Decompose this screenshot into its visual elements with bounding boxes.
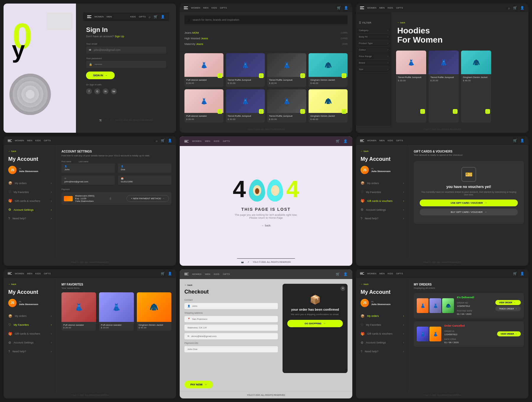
cart-icon[interactable]: 🛒 — [513, 272, 517, 275]
menu-item-favorites[interactable]: ♡ My Favorites › — [8, 321, 52, 330]
user-icon[interactable]: 👤 — [520, 272, 524, 275]
filter-size[interactable]: Size › — [359, 66, 388, 73]
nav-link-gifts[interactable]: GIFTS — [44, 272, 51, 275]
social-linkedin[interactable]: in — [103, 88, 108, 94]
checkout-state-field[interactable]: Stateview, CA 116 — [184, 325, 278, 331]
back-link[interactable]: ← back — [361, 150, 404, 153]
filter-colour[interactable]: Colour › — [359, 47, 388, 53]
nav-link-women[interactable]: WOMEN — [367, 7, 377, 9]
nav-link-women[interactable]: WOMEN — [367, 272, 377, 275]
first-name-field[interactable]: 👤 John — [61, 163, 115, 173]
nav-link-kids[interactable]: KIDS — [35, 272, 41, 275]
cart-icon[interactable]: 🛒 — [161, 272, 165, 275]
product-card-2[interactable]: 👗 Tiered Ruffle Jumpsuit $ 20.00 🛒 — [226, 53, 265, 87]
cart-icon[interactable]: 🛒 — [513, 139, 517, 142]
nav-link-men[interactable]: MEN — [203, 7, 209, 9]
go-shopping-button[interactable]: GO SHOPPING — [287, 320, 343, 327]
nav-link-kids[interactable]: KIDS — [211, 7, 217, 9]
nav-link-women[interactable]: WOMEN — [15, 139, 24, 142]
cart-icon[interactable]: 🛒 — [337, 6, 341, 10]
product-card-5[interactable]: 👗 Puff-sleeve sweater $ 28.00 🛒 — [184, 89, 223, 123]
nav-link-gifts[interactable]: GIFTS — [396, 7, 403, 9]
user-icon[interactable]: 👤 — [168, 139, 172, 142]
menu-item-giftcards[interactable]: 🎁 Gift cards & vouchers › — [361, 330, 404, 338]
cart-icon[interactable]: 🛒 — [161, 139, 165, 142]
hoodie-card-2[interactable]: 👗 Tiered Ruffle Jumpsuit $ 20.00 🛒 — [429, 51, 459, 123]
cart-badge-3[interactable]: 🛒 — [300, 73, 305, 78]
password-input[interactable] — [95, 63, 163, 66]
email-field[interactable]: ✉ john@test@gmail.com — [61, 176, 115, 185]
nav-link-kids[interactable]: KIDS — [214, 273, 219, 275]
nav-link-gifts[interactable]: GIFTS — [223, 273, 230, 275]
search-result-1[interactable]: Jeans MOM (1286) — [184, 30, 348, 36]
nav-link-kids[interactable]: KIDS — [387, 139, 393, 142]
nav-link-kids[interactable]: KIDS — [214, 140, 219, 142]
checkout-payment-field[interactable]: John Doe — [184, 346, 278, 352]
nav-link-women[interactable]: WOMEN — [191, 7, 200, 9]
cart-badge-h2[interactable]: 🛒 — [453, 109, 458, 114]
checkout-city-field[interactable]: 📍 San Francisco — [184, 316, 278, 322]
nav-link-men[interactable]: MEN — [27, 139, 33, 142]
search-bar[interactable]: ⌕ — [184, 15, 348, 24]
nav-link-kids[interactable]: KIDS — [387, 272, 393, 275]
menu-item-help[interactable]: ? Need help? › — [8, 214, 52, 223]
track-order-button-1[interactable]: TRACK ORDER — [495, 306, 521, 311]
product-card-6[interactable]: 👗 Tiered Ruffle Jumpsuit $ 20.00 🛒 — [226, 89, 265, 123]
new-payment-button[interactable]: + NEW PAYMENT METHOD — [126, 195, 169, 202]
menu-item-settings[interactable]: ⚙ Account Settings › — [8, 338, 52, 347]
user-icon[interactable]: 👤 — [343, 139, 348, 143]
menu-item-orders[interactable]: 📦 My orders › — [8, 179, 52, 188]
fav-card-1[interactable]: 👗 Puff-sleeve sweater $ 28.00 — [61, 292, 96, 331]
cart-badge-h1[interactable]: 🛒 — [420, 109, 425, 114]
nav-link-gifts[interactable]: GIFTS — [223, 140, 230, 142]
hoodie-card-1[interactable]: 👗 Tiered Ruffle Jumpsuit $ 20.00 🛒 — [396, 51, 426, 123]
back-link[interactable]: ← back — [397, 21, 523, 24]
search-result-2[interactable]: High Waisted Jeans (1900) — [184, 36, 348, 41]
user-icon[interactable]: 👤 — [161, 15, 165, 19]
menu-item-favorites[interactable]: ♡ My Favorites › — [361, 321, 404, 330]
cart-badge-1[interactable]: 🛒 — [218, 73, 222, 78]
back-button-404[interactable]: ← back — [262, 224, 271, 227]
last-name-field[interactable]: 👤 Doe — [118, 163, 171, 173]
dob-field[interactable]: 📅 01/01/1990 — [118, 176, 171, 185]
filter-price[interactable]: Price Range › — [359, 53, 388, 60]
nav-link-men[interactable]: MEN — [205, 273, 210, 275]
search-input[interactable] — [193, 18, 345, 21]
cart-badge-h3[interactable]: 🛒 — [485, 109, 490, 114]
fav-card-3[interactable]: 🧥 Gingham Denim Jacket $ 48.00 — [137, 292, 171, 331]
use-voucher-button[interactable]: USE GIFT CARD / VOUCHER — [420, 200, 518, 206]
nav-link-gifts[interactable]: GIFTS — [396, 272, 403, 275]
nav-link-women[interactable]: WOMEN — [367, 139, 377, 142]
cart-badge-8[interactable]: 🛒 — [342, 109, 346, 114]
menu-item-settings[interactable]: ⚙ Account Settings › — [8, 205, 52, 214]
nav-link-gifts[interactable]: GIFTS — [44, 139, 51, 142]
menu-item-orders[interactable]: 📦 My orders › — [361, 312, 404, 321]
nav-link-men[interactable]: MEN — [379, 7, 385, 9]
cart-icon[interactable]: 🛒 — [336, 272, 340, 276]
menu-item-giftcards[interactable]: 🎁 Gift cards & vouchers › — [361, 197, 404, 205]
filter-bodyfit[interactable]: Body Fit › — [359, 34, 388, 40]
product-card-8[interactable]: 🧥 Gingham Denim Jacket $ 48.00 🛒 — [309, 89, 348, 123]
back-link[interactable]: ← back — [8, 283, 52, 286]
nav-link-kids[interactable]: KIDS — [387, 7, 393, 9]
fav-card-2[interactable]: 👗 Puff-sleeve sweater $ 20.00 — [99, 292, 134, 331]
nav-link-men[interactable]: MEN — [379, 139, 385, 142]
back-link[interactable]: ← back — [184, 284, 278, 286]
checkout-name-field[interactable]: 👤 John — [184, 303, 278, 309]
nav-link-kids[interactable]: KIDS — [35, 139, 41, 142]
product-card-3[interactable]: 👗 Tiered Ruffle Jumpsuit $ 20.00 🛒 — [267, 53, 306, 87]
delete-icon[interactable]: 🗑 — [109, 197, 112, 200]
signup-link[interactable]: Sign Up — [115, 35, 124, 38]
product-card-1[interactable]: 👗 Puff-sleeve sweater $ 28.00 🛒 — [184, 53, 223, 87]
user-icon[interactable]: 👤 — [343, 272, 348, 276]
nav-link-women[interactable]: WOMEN — [192, 273, 202, 275]
nav-link-gifts[interactable]: GIFTS — [220, 7, 227, 9]
view-order-button-2[interactable]: VIEW ORDER — [497, 331, 521, 336]
nav-link-gifts[interactable]: GIFTS — [139, 15, 146, 18]
user-icon[interactable]: 👤 — [344, 6, 348, 10]
cart-icon[interactable]: 🛒 — [513, 6, 517, 10]
menu-item-help[interactable]: ? Need help? › — [361, 347, 404, 356]
menu-item-favorites[interactable]: ♡ My Favorites › — [8, 188, 52, 197]
menu-item-giftcards[interactable]: 🎁 Gift cards & vouchers › — [8, 330, 52, 338]
cart-badge-2[interactable]: 🛒 — [259, 73, 264, 78]
